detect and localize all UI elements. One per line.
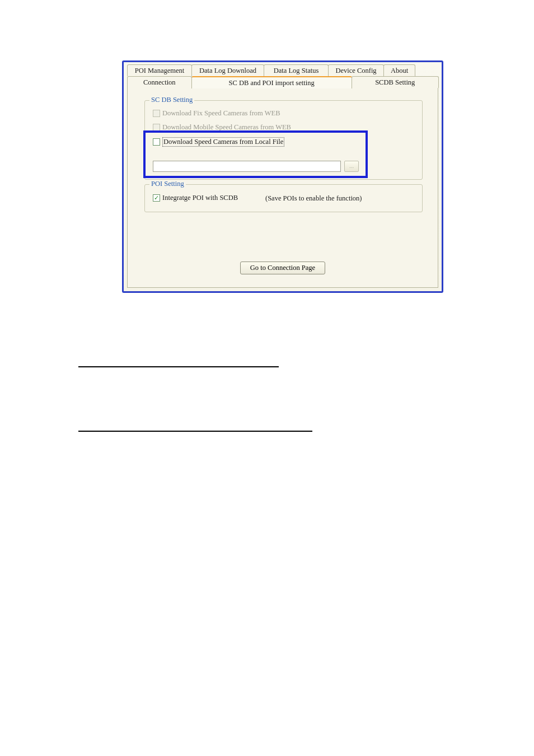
browse-button[interactable]: ...	[344, 161, 359, 172]
option-download-local-file[interactable]: Download Speed Cameras from Local File	[153, 137, 284, 147]
underline-rule	[78, 431, 312, 432]
tab-scdb-setting[interactable]: SCDB Setting	[352, 76, 439, 88]
underline-rule	[78, 366, 279, 367]
option-label: Integratge POI with SCDB	[162, 194, 238, 202]
scdb-setting-group: SC DB Setting Download Fix Speed Cameras…	[144, 100, 423, 180]
checkbox-icon	[153, 110, 160, 117]
tab-scdb-poi-import-setting[interactable]: SC DB and POI import setting	[191, 76, 352, 88]
local-file-path-input[interactable]	[153, 161, 341, 172]
integrate-hint: (Save POIs to enable the function)	[265, 194, 362, 203]
option-label: Download Fix Speed Cameras from WEB	[162, 109, 280, 118]
option-download-mobile-web[interactable]: Download Mobile Speed Cameras from WEB	[153, 123, 291, 132]
tab-data-log-download[interactable]: Data Log Download	[191, 64, 264, 76]
settings-window: POI Management Data Log Download Data Lo…	[122, 60, 443, 293]
option-label: Download Speed Cameras from Local File	[162, 137, 284, 147]
option-integrate-poi-scdb[interactable]: ✓ Integratge POI with SCDB	[153, 194, 238, 202]
tab-panel: SC DB Setting Download Fix Speed Cameras…	[127, 88, 438, 288]
poi-setting-legend: POI Setting	[149, 180, 186, 188]
checkbox-icon	[153, 124, 160, 131]
option-download-fix-web[interactable]: Download Fix Speed Cameras from WEB	[153, 109, 280, 118]
tab-device-config[interactable]: Device Config	[328, 64, 384, 76]
scdb-setting-legend: SC DB Setting	[149, 96, 194, 104]
tab-connection[interactable]: Connection	[127, 76, 192, 88]
checkbox-icon	[153, 138, 160, 146]
checkbox-icon: ✓	[153, 194, 160, 202]
tab-strip: POI Management Data Log Download Data Lo…	[124, 62, 442, 89]
poi-setting-group: POI Setting ✓ Integratge POI with SCDB (…	[144, 184, 423, 212]
option-label: Download Mobile Speed Cameras from WEB	[162, 123, 291, 132]
go-to-connection-button[interactable]: Go to Connection Page	[240, 262, 325, 274]
tab-data-log-status[interactable]: Data Log Status	[264, 64, 329, 76]
tab-poi-management[interactable]: POI Management	[127, 64, 192, 76]
tab-about[interactable]: About	[383, 64, 415, 76]
